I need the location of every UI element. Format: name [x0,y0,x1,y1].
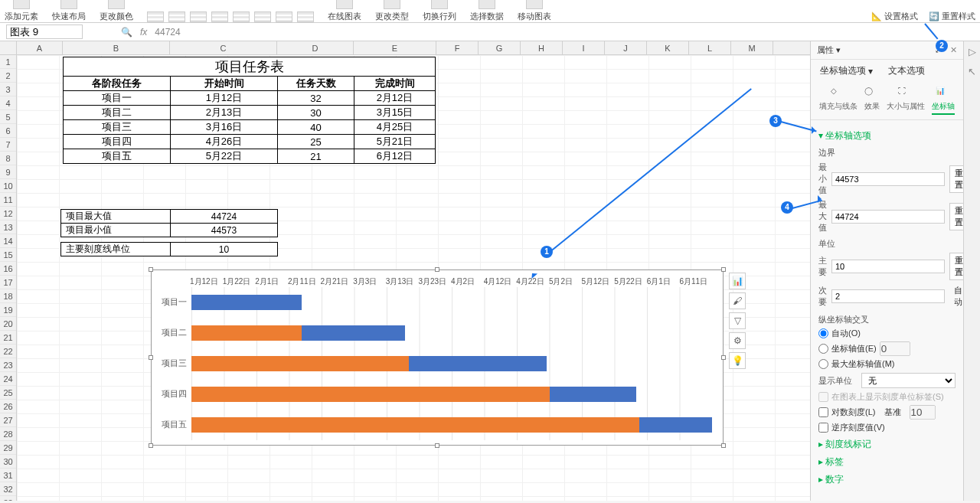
table-cell[interactable]: 项目三 [64,120,171,135]
row-header[interactable]: 12 [0,207,16,220]
row-header[interactable]: 7 [0,138,16,152]
col-header[interactable]: L [689,41,731,54]
row-header[interactable]: 16 [0,262,16,276]
table-cell[interactable]: 5月21日 [354,135,436,149]
row-header[interactable]: 9 [0,165,16,179]
table-cell[interactable]: 2月12日 [354,91,436,106]
row-header[interactable]: 25 [0,386,16,400]
table-cell[interactable]: 40 [278,120,354,135]
tab-axis-options[interactable]: 坐标轴选项 ▾ [820,64,873,77]
row-header[interactable]: 18 [0,289,16,303]
row-header[interactable]: 22 [0,345,16,358]
section-number[interactable]: 数字 [818,473,956,486]
chart-bar-offset[interactable] [191,325,302,341]
table-cell[interactable]: 5月22日 [171,149,278,164]
row-header[interactable]: 19 [0,303,16,317]
table-cell[interactable]: 25 [278,135,354,149]
table-cell[interactable]: 3月15日 [354,106,436,120]
row-header[interactable]: 11 [0,193,16,207]
col-header[interactable]: B [63,41,170,54]
cross-auto-radio[interactable] [818,328,828,338]
table-cell[interactable]: 44724 [171,210,278,224]
row-header[interactable]: 31 [0,469,16,482]
table-cell[interactable]: 4月26日 [171,135,278,149]
table-cell[interactable]: 项目二 [64,106,171,120]
max-reset-button[interactable]: 重置 [949,203,963,230]
chart-x-axis[interactable]: 1月12日1月22日2月1日2月11日2月21日3月3日3月13日3月23日4月… [190,276,712,287]
section-tick-marks[interactable]: 刻度线标记 [818,438,956,451]
row-header[interactable]: 21 [0,331,16,345]
table-cell[interactable]: 主要刻度线单位 [61,243,171,256]
chart-filter-button[interactable]: ▽ [729,312,746,329]
table-cell[interactable]: 3月16日 [171,120,278,135]
section-axis-options[interactable]: 坐标轴选项 [818,129,956,142]
row-header[interactable]: 20 [0,317,16,331]
table-cell[interactable]: 32 [278,91,354,106]
table-cell[interactable]: 21 [278,149,354,164]
row-header[interactable]: 14 [0,234,16,248]
chart-plot-area[interactable]: 项目一项目二项目三项目四项目五 [191,287,712,440]
ribbon-move-chart[interactable]: 移动图表 [518,0,551,22]
table-cell[interactable]: 项目最大值 [61,210,171,224]
chart-settings-button[interactable]: ⚙ [729,332,746,349]
row-header[interactable]: 15 [0,248,16,262]
col-header[interactable]: I [563,41,605,54]
col-header[interactable]: A [17,41,63,54]
min-input[interactable] [831,172,945,186]
log-check[interactable] [818,407,828,417]
row-header[interactable]: 1 [0,55,16,69]
table-cell[interactable]: 1月12日 [171,91,278,106]
major-input[interactable] [831,260,945,273]
chart-bar-duration[interactable] [302,325,405,341]
chart-bar-duration[interactable] [550,387,636,402]
col-header[interactable]: H [521,41,563,54]
row-header[interactable]: 23 [0,358,16,372]
chart-bar-offset[interactable] [191,356,409,371]
col-header[interactable]: J [605,41,647,54]
ribbon-quick-layout[interactable]: 快速布局 [52,0,86,22]
cross-axisval-radio[interactable] [818,344,828,354]
ribbon-reset-style[interactable]: 🔄 重置样式 [929,11,975,22]
panel-icon-axis[interactable]: 📊坐标轴 [932,87,955,115]
panel-close-icon[interactable]: ✕ [950,45,957,54]
zoom-icon[interactable]: 🔍 [121,27,132,38]
ribbon-add-element[interactable]: 添加元素 [5,0,38,22]
ribbon-switch-rowcol[interactable]: 切换行列 [423,0,456,22]
row-header[interactable]: 6 [0,124,16,138]
rail-collapse-icon[interactable]: ▷ [966,46,978,58]
chart-idea-button[interactable]: 💡 [729,352,746,369]
chart-bar-duration[interactable] [191,295,302,310]
chart-bar-duration[interactable] [409,356,547,371]
col-header[interactable]: E [354,41,436,54]
chart-bar-offset[interactable] [191,387,550,402]
cells-grid[interactable]: 项目任务表 各阶段任务开始时间任务天数完成时间 项目一1月12日322月12日项… [17,55,810,501]
chart-elements-button[interactable]: 📊 [729,273,746,289]
minor-input[interactable] [831,289,945,303]
section-labels[interactable]: 标签 [818,456,956,469]
tab-text-options[interactable]: 文本选项 [888,64,925,77]
row-header[interactable]: 32 [0,482,16,496]
row-header[interactable]: 29 [0,441,16,455]
panel-icon-effects[interactable]: ◯效果 [864,87,880,115]
table-cell[interactable]: 10 [171,243,278,256]
row-header[interactable]: 10 [0,179,16,193]
table-cell[interactable]: 44573 [171,224,278,237]
row-header[interactable]: 27 [0,413,16,427]
row-header[interactable]: 13 [0,220,16,234]
disp-unit-select[interactable]: 无 [861,373,956,388]
ribbon-style-gallery[interactable] [147,11,314,22]
table-cell[interactable]: 2月13日 [171,106,278,120]
row-header[interactable]: 3 [0,83,16,96]
row-header[interactable]: 5 [0,110,16,124]
ribbon-change-color[interactable]: 更改颜色 [100,0,133,22]
row-header[interactable]: 24 [0,372,16,386]
table-cell[interactable]: 项目一 [64,91,171,106]
min-reset-button[interactable]: 重置 [949,165,963,193]
cross-max-radio[interactable] [818,359,828,369]
worksheet[interactable]: ABCDEFGHIJKLM 12345678910111213141516171… [0,41,810,501]
row-header[interactable]: 26 [0,400,16,413]
row-header[interactable]: 33 [0,496,16,501]
row-header[interactable]: 8 [0,152,16,165]
name-box[interactable] [6,24,83,39]
col-header[interactable]: F [436,41,479,54]
